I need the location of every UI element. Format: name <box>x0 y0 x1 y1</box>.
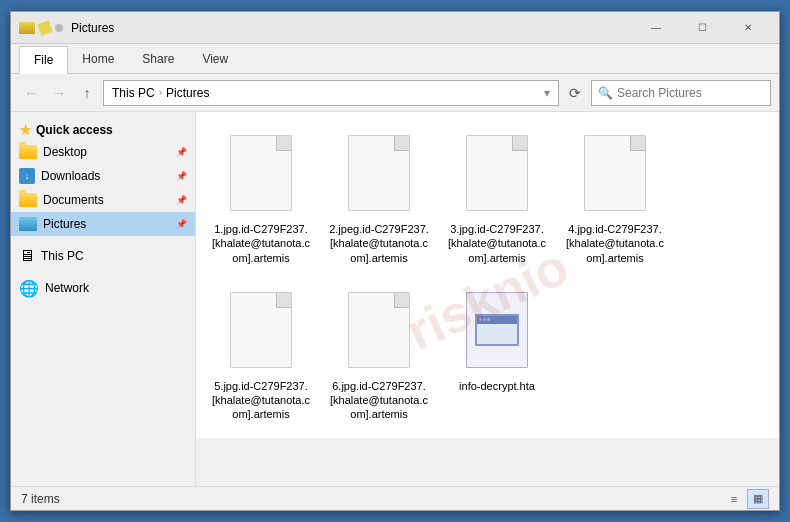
file-icon-container <box>221 128 301 218</box>
file-area: 1.jpg.id-C279F237.[khalate@tutanota.com]… <box>196 112 779 438</box>
file-name: 3.jpg.id-C279F237.[khalate@tutanota.com]… <box>446 222 548 265</box>
file-icon-container <box>339 128 419 218</box>
search-input[interactable] <box>617 86 764 100</box>
sidebar-item-desktop[interactable]: Desktop 📌 <box>11 140 195 164</box>
tab-share[interactable]: Share <box>128 45 188 73</box>
address-path[interactable]: This PC › Pictures ▾ <box>103 80 559 106</box>
file-name: 6.jpg.id-C279F237.[khalate@tutanota.com]… <box>328 379 430 422</box>
window-icon <box>19 22 35 34</box>
download-icon: ↓ <box>19 168 35 184</box>
main-content: ★ Quick access Desktop 📌 ↓ Downloads 📌 D… <box>11 112 779 486</box>
title-bar: Pictures — ☐ ✕ <box>11 12 779 44</box>
window-controls: — ☐ ✕ <box>633 12 771 44</box>
document-icon <box>230 292 292 368</box>
path-pictures[interactable]: Pictures <box>166 86 209 100</box>
file-item[interactable]: 6.jpg.id-C279F237.[khalate@tutanota.com]… <box>324 279 434 428</box>
hta-dot <box>483 318 486 321</box>
sidebar-item-downloads[interactable]: ↓ Downloads 📌 <box>11 164 195 188</box>
document-icon <box>348 292 410 368</box>
file-icon-container <box>339 285 419 375</box>
document-icon <box>584 135 646 211</box>
back-button[interactable]: ← <box>19 81 43 105</box>
file-name: 1.jpg.id-C279F237.[khalate@tutanota.com]… <box>210 222 312 265</box>
folder-icon <box>19 145 37 159</box>
pc-icon: 🖥 <box>19 247 35 265</box>
forward-button[interactable]: → <box>47 81 71 105</box>
title-bar-icons <box>19 22 63 34</box>
hta-dot <box>479 318 482 321</box>
folder-icon-pictures <box>19 217 37 231</box>
hta-inner <box>475 314 519 346</box>
file-area-wrapper: 1.jpg.id-C279F237.[khalate@tutanota.com]… <box>196 112 779 486</box>
dropdown-icon <box>55 24 63 32</box>
hta-icon <box>466 292 528 368</box>
view-buttons: ≡ ▦ <box>723 489 769 509</box>
large-icon-view-button[interactable]: ▦ <box>747 489 769 509</box>
pin-icon-downloads: 📌 <box>176 171 187 181</box>
sidebar-item-thispc[interactable]: 🖥 This PC <box>11 244 195 268</box>
path-dropdown-icon[interactable]: ▾ <box>544 86 550 100</box>
hta-title-bar <box>477 316 517 324</box>
file-item[interactable]: 3.jpg.id-C279F237.[khalate@tutanota.com]… <box>442 122 552 271</box>
pin-icon: 📌 <box>176 147 187 157</box>
address-bar: ← → ↑ This PC › Pictures ▾ ⟳ 🔍 <box>11 74 779 112</box>
document-icon <box>466 135 528 211</box>
pin-icon-pictures: 📌 <box>176 219 187 229</box>
search-icon: 🔍 <box>598 86 613 100</box>
sidebar: ★ Quick access Desktop 📌 ↓ Downloads 📌 D… <box>11 112 196 486</box>
file-icon-container <box>457 285 537 375</box>
item-count: 7 items <box>21 492 60 506</box>
network-icon: 🌐 <box>19 279 39 298</box>
file-name: 4.jpg.id-C279F237.[khalate@tutanota.com]… <box>564 222 666 265</box>
quick-access-header: ★ Quick access <box>11 116 195 140</box>
refresh-button[interactable]: ⟳ <box>563 81 587 105</box>
sidebar-item-pictures[interactable]: Pictures 📌 <box>11 212 195 236</box>
file-icon-container <box>221 285 301 375</box>
tab-home[interactable]: Home <box>68 45 128 73</box>
file-item[interactable]: 2.jpeg.id-C279F237.[khalate@tutanota.com… <box>324 122 434 271</box>
ribbon: File Home Share View <box>11 44 779 74</box>
document-icon <box>348 135 410 211</box>
list-view-button[interactable]: ≡ <box>723 489 745 509</box>
pin-icon <box>37 20 52 35</box>
search-box[interactable]: 🔍 <box>591 80 771 106</box>
file-item[interactable]: 4.jpg.id-C279F237.[khalate@tutanota.com]… <box>560 122 670 271</box>
document-icon <box>230 135 292 211</box>
file-name: 5.jpg.id-C279F237.[khalate@tutanota.com]… <box>210 379 312 422</box>
explorer-window: Pictures — ☐ ✕ File Home Share View ← → … <box>10 11 780 511</box>
file-icon-container <box>457 128 537 218</box>
path-this-pc[interactable]: This PC <box>112 86 155 100</box>
pin-icon-docs: 📌 <box>176 195 187 205</box>
status-bar: 7 items ≡ ▦ <box>11 486 779 510</box>
ribbon-tabs: File Home Share View <box>11 44 779 74</box>
maximize-button[interactable]: ☐ <box>679 12 725 44</box>
tab-file[interactable]: File <box>19 46 68 74</box>
path-chevron: › <box>159 87 162 98</box>
sidebar-item-documents[interactable]: Documents 📌 <box>11 188 195 212</box>
file-item[interactable]: 5.jpg.id-C279F237.[khalate@tutanota.com]… <box>206 279 316 428</box>
hta-dot <box>487 318 490 321</box>
up-button[interactable]: ↑ <box>75 81 99 105</box>
file-icon-container <box>575 128 655 218</box>
file-item[interactable]: info-decrypt.hta <box>442 279 552 428</box>
close-button[interactable]: ✕ <box>725 12 771 44</box>
file-name: info-decrypt.hta <box>459 379 535 393</box>
file-grid: 1.jpg.id-C279F237.[khalate@tutanota.com]… <box>206 122 769 428</box>
window-title: Pictures <box>71 21 633 35</box>
minimize-button[interactable]: — <box>633 12 679 44</box>
star-icon: ★ <box>19 122 32 138</box>
file-name: 2.jpeg.id-C279F237.[khalate@tutanota.com… <box>328 222 430 265</box>
sidebar-item-network[interactable]: 🌐 Network <box>11 276 195 300</box>
file-item[interactable]: 1.jpg.id-C279F237.[khalate@tutanota.com]… <box>206 122 316 271</box>
tab-view[interactable]: View <box>188 45 242 73</box>
folder-icon-docs <box>19 193 37 207</box>
